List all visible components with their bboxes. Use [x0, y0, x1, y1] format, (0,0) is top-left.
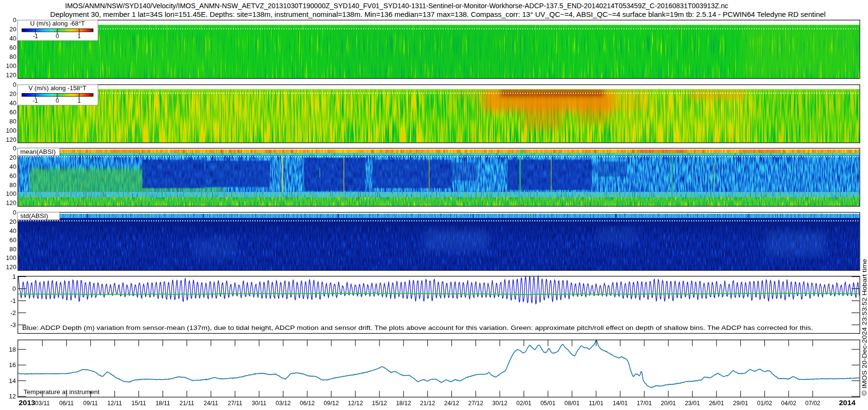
- svg-text:0: 0: [13, 16, 16, 24]
- svg-text:07/02: 07/02: [805, 400, 820, 407]
- svg-text:80: 80: [10, 246, 16, 253]
- svg-text:2014: 2014: [839, 398, 856, 407]
- svg-text:1: 1: [78, 33, 81, 40]
- svg-text:100: 100: [6, 127, 16, 134]
- svg-text:100: 100: [6, 190, 16, 197]
- svg-text:1: 1: [13, 273, 16, 280]
- svg-text:40: 40: [10, 99, 16, 107]
- svg-text:03/12: 03/12: [276, 400, 291, 407]
- svg-text:03/11: 03/11: [35, 400, 50, 407]
- svg-text:04/02: 04/02: [781, 400, 796, 407]
- svg-text:30/11: 30/11: [252, 400, 266, 407]
- svg-text:100: 100: [6, 254, 16, 261]
- svg-text:60: 60: [10, 109, 16, 116]
- svg-text:23/01: 23/01: [685, 400, 700, 407]
- svg-text:20: 20: [10, 26, 16, 33]
- svg-text:80: 80: [10, 118, 16, 125]
- svg-text:21/11: 21/11: [179, 400, 194, 407]
- svg-text:mean(ABSI): mean(ABSI): [20, 148, 56, 155]
- svg-text:06/12: 06/12: [299, 400, 314, 407]
- svg-text:40: 40: [10, 227, 16, 234]
- svg-text:17/01: 17/01: [637, 400, 651, 407]
- svg-text:80: 80: [10, 181, 16, 189]
- svg-text:15/12: 15/12: [372, 400, 387, 407]
- svg-text:01/02: 01/02: [757, 400, 772, 407]
- svg-text:40: 40: [10, 35, 16, 42]
- svg-text:16: 16: [9, 361, 16, 369]
- svg-text:0: 0: [13, 209, 16, 216]
- svg-text:-1: -1: [33, 33, 38, 40]
- svg-text:15/11: 15/11: [132, 400, 146, 407]
- svg-text:26/01: 26/01: [709, 400, 724, 407]
- svg-text:-1: -1: [33, 97, 38, 104]
- svg-text:08/01: 08/01: [565, 400, 580, 407]
- svg-text:11/01: 11/01: [589, 400, 603, 407]
- svg-text:0: 0: [55, 97, 59, 104]
- svg-text:06/11: 06/11: [59, 400, 74, 407]
- svg-text:0: 0: [13, 145, 16, 152]
- svg-text:0: 0: [55, 33, 59, 40]
- svg-text:100: 100: [6, 62, 16, 69]
- svg-text:Temperature at instrument: Temperature at instrument: [24, 388, 100, 396]
- svg-text:V (m/s) along -158°T: V (m/s) along -158°T: [28, 84, 86, 92]
- svg-text:24/12: 24/12: [444, 400, 459, 407]
- svg-text:-2: -2: [10, 309, 16, 316]
- svg-text:18: 18: [9, 346, 16, 353]
- svg-text:Blue: ADCP Depth (m) variation: Blue: ADCP Depth (m) variation from sens…: [22, 324, 813, 331]
- svg-text:std(ABSI): std(ABSI): [20, 212, 48, 219]
- svg-text:29/01: 29/01: [733, 400, 748, 407]
- svg-text:12: 12: [9, 393, 16, 400]
- svg-text:12/12: 12/12: [348, 400, 363, 407]
- svg-text:120: 120: [6, 136, 16, 143]
- svg-text:© IMOS 20-Dec-2024 23:53:52 Ho: © IMOS 20-Dec-2024 23:53:52 Hobart time: [861, 259, 868, 396]
- svg-text:14/01: 14/01: [612, 400, 627, 407]
- svg-text:80: 80: [10, 53, 16, 60]
- svg-text:U (m/s) along -68°T: U (m/s) along -68°T: [30, 20, 85, 27]
- svg-text:Deployment 30, member 1 lat=34: Deployment 30, member 1 lat=34S lon=151.…: [50, 11, 826, 18]
- svg-text:0: 0: [13, 285, 16, 292]
- svg-text:40: 40: [10, 163, 16, 170]
- svg-text:27/12: 27/12: [468, 400, 483, 407]
- svg-text:05/01: 05/01: [541, 400, 556, 407]
- svg-text:2013: 2013: [19, 398, 36, 407]
- svg-text:21/12: 21/12: [420, 400, 435, 407]
- svg-text:60: 60: [10, 44, 16, 51]
- svg-text:120: 120: [6, 199, 16, 206]
- svg-text:120: 120: [6, 71, 16, 79]
- svg-text:-1: -1: [10, 297, 16, 304]
- svg-text:60: 60: [10, 236, 16, 244]
- svg-text:27/11: 27/11: [228, 400, 242, 407]
- svg-text:14: 14: [9, 377, 16, 384]
- svg-text:18/11: 18/11: [155, 400, 170, 407]
- svg-text:60: 60: [10, 172, 16, 179]
- svg-text:20: 20: [10, 90, 16, 97]
- svg-text:-3: -3: [10, 321, 16, 328]
- svg-text:1: 1: [78, 97, 81, 104]
- svg-text:30/12: 30/12: [492, 400, 507, 407]
- svg-text:09/11: 09/11: [83, 400, 98, 407]
- svg-text:20: 20: [10, 218, 16, 225]
- svg-text:20/01: 20/01: [661, 400, 676, 407]
- svg-text:12/11: 12/11: [108, 400, 122, 407]
- svg-text:24/11: 24/11: [203, 400, 218, 407]
- svg-text:IMOS/ANMN/NSW/SYD140/Velocity/: IMOS/ANMN/NSW/SYD140/Velocity/IMOS_ANMN-…: [65, 2, 728, 10]
- svg-text:20: 20: [10, 154, 16, 161]
- svg-text:0: 0: [13, 81, 16, 88]
- svg-text:02/01: 02/01: [516, 400, 531, 407]
- svg-text:18/12: 18/12: [396, 400, 411, 407]
- svg-text:120: 120: [6, 263, 16, 271]
- svg-text:09/12: 09/12: [324, 400, 339, 407]
